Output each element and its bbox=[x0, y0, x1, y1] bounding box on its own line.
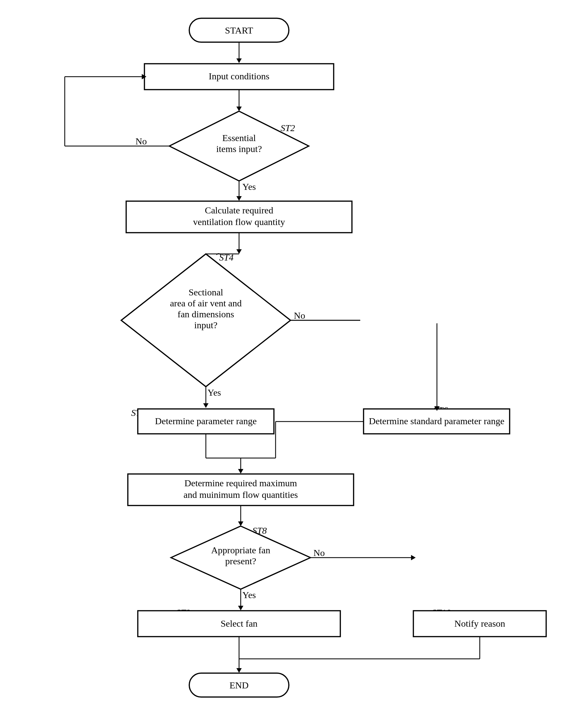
arrow-st1-st2 bbox=[236, 107, 242, 111]
st3-process-text2: ventilation flow quantity bbox=[193, 217, 285, 227]
cover2 bbox=[360, 317, 440, 323]
start-text: START bbox=[225, 25, 253, 35]
st10-process-text: Notify reason bbox=[454, 618, 505, 629]
st3-process-text1: Calculate required bbox=[205, 205, 273, 215]
st6-process-text: Determine standard parameter range bbox=[369, 416, 504, 426]
st2-yes-text: Yes bbox=[242, 182, 256, 192]
arrow-merge-st7 bbox=[238, 469, 243, 474]
st2-no-text: No bbox=[135, 136, 147, 146]
flowchart-main: START ST1 Input conditions ST2 Essential… bbox=[0, 0, 588, 702]
st4-decision-text1: Sectional bbox=[189, 287, 223, 298]
st7-process-text2: and muinimum flow quantities bbox=[184, 490, 298, 500]
st8-yes-text: Yes bbox=[242, 590, 256, 600]
arrow-st8-no bbox=[411, 555, 416, 560]
end-text: END bbox=[229, 680, 249, 690]
arrow-to-end bbox=[236, 668, 242, 673]
st9-process-text: Select fan bbox=[220, 618, 257, 629]
st5-process-text: Determine parameter range bbox=[155, 416, 257, 426]
arrow-st4-yes-st5 bbox=[203, 403, 208, 408]
st4-yes-text: Yes bbox=[207, 387, 221, 398]
st4-decision-text2: area of air vent and bbox=[170, 298, 242, 308]
arrow-start-st1 bbox=[236, 58, 242, 63]
st4-decision-text4: input? bbox=[194, 320, 217, 330]
arrow-st3-st4 bbox=[236, 249, 242, 254]
st2-step-label: ST2 bbox=[281, 123, 295, 133]
arrow-st7-st8 bbox=[238, 521, 243, 526]
arrow-st2-yes-st3 bbox=[236, 196, 242, 201]
flowchart-svg: START ST1 Input conditions ST2 Essential… bbox=[0, 0, 588, 702]
st2-decision-text2: items input? bbox=[216, 144, 262, 154]
st4-decision-text3: fan dimensions bbox=[178, 309, 234, 319]
st2-decision-text1: Essential bbox=[222, 133, 256, 143]
st7-process-text1: Determine required maximum bbox=[185, 478, 297, 488]
st8-no-text: No bbox=[313, 548, 325, 558]
st8-decision-text2: present? bbox=[225, 556, 256, 566]
arrow-st8-yes-st9 bbox=[238, 606, 243, 610]
st4-no-text: No bbox=[294, 310, 305, 321]
st8-decision-text1: Appropriate fan bbox=[211, 545, 270, 555]
st1-process-text: Input conditions bbox=[209, 71, 270, 81]
